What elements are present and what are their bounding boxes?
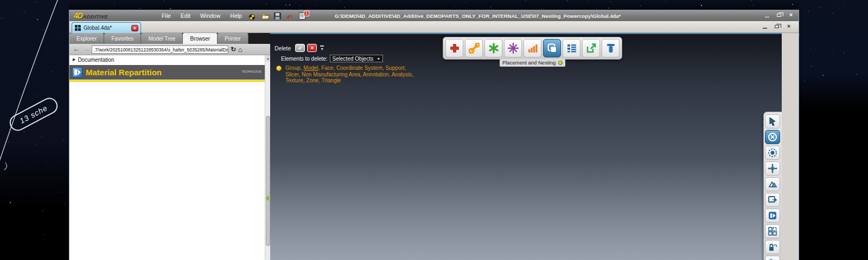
url-input[interactable]: .7/work/2025100813251228530364/u_halter_… bbox=[92, 46, 228, 54]
bar-chart-icon[interactable] bbox=[524, 39, 541, 57]
child-restore-button[interactable] bbox=[773, 23, 781, 30]
tab-browser[interactable]: Browser bbox=[183, 33, 218, 44]
confirm-delete-button[interactable]: ✓ bbox=[295, 44, 305, 52]
cancel-delete-button[interactable]: × bbox=[307, 44, 317, 52]
forward-icon[interactable]: → bbox=[83, 44, 90, 54]
star bbox=[114, 4, 115, 4]
document-tab-close-icon[interactable]: × bbox=[131, 25, 138, 31]
help-lifebuoy-icon[interactable] bbox=[249, 12, 257, 20]
lock-icon[interactable] bbox=[765, 240, 780, 254]
triangles-icon[interactable] bbox=[765, 177, 780, 191]
scrollbar-thumb[interactable] bbox=[266, 116, 270, 246]
move-icon[interactable] bbox=[765, 161, 780, 176]
star bbox=[58, 192, 59, 192]
star bbox=[811, 66, 812, 67]
tooltip-text: Placement and Nesting bbox=[502, 59, 556, 67]
elements-dropdown[interactable]: Selected Objects ▼ bbox=[330, 55, 384, 62]
tab-printer[interactable]: Printer bbox=[218, 33, 248, 44]
browser-nav-bar: ← → .7/work/2025100813251228530364/u_hal… bbox=[69, 44, 270, 55]
chevron-down-icon: ▼ bbox=[376, 57, 380, 61]
star bbox=[701, 5, 702, 6]
deletable-types-note: → Group, Model, Face, Coordinate System,… bbox=[285, 65, 413, 84]
close-button[interactable]: × bbox=[787, 12, 795, 19]
deselect-circle-x-icon[interactable] bbox=[765, 130, 780, 144]
menu-window[interactable]: Window bbox=[200, 12, 220, 19]
undo-icon[interactable]: ↶ bbox=[286, 12, 295, 20]
viewport-3d[interactable]: Delete ✓ × ▼ Elements to delete: Selecte… bbox=[270, 33, 782, 260]
star bbox=[833, 13, 833, 14]
nesting-toolbar bbox=[443, 37, 622, 60]
star bbox=[42, 211, 43, 211]
export-icon[interactable] bbox=[582, 39, 600, 57]
menu-edit[interactable]: Edit bbox=[181, 12, 190, 19]
star bbox=[43, 235, 44, 235]
window-zoom-icon[interactable] bbox=[765, 193, 780, 207]
delete-options-caret-icon[interactable]: ▼ bbox=[320, 46, 324, 51]
star bbox=[753, 5, 754, 5]
open-folder-icon[interactable] bbox=[261, 12, 270, 20]
star bbox=[67, 70, 68, 71]
star bbox=[9, 142, 9, 142]
star bbox=[808, 11, 809, 11]
minimize-button[interactable] bbox=[763, 12, 771, 19]
title-bar: 4D ADDITIVE File Edit Window Help ↶ 1 G:… bbox=[69, 10, 799, 21]
restore-button[interactable] bbox=[775, 12, 783, 19]
menu-help[interactable]: Help bbox=[230, 12, 242, 19]
star bbox=[857, 74, 857, 75]
logo-additive: ADDITIVE bbox=[83, 14, 108, 20]
menu-file[interactable]: File bbox=[162, 12, 171, 19]
placement-nesting-icon[interactable] bbox=[543, 39, 561, 57]
wrench-icon[interactable] bbox=[465, 39, 483, 57]
brand-text: TECHNOLOGIE bbox=[242, 70, 261, 73]
star bbox=[6, 153, 7, 154]
panel-scrollbar[interactable]: ▲ bbox=[265, 55, 270, 260]
child-minimize-button[interactable] bbox=[761, 23, 769, 30]
star bbox=[58, 38, 58, 38]
delete-toolbar: Delete ✓ × ▼ bbox=[275, 44, 324, 52]
back-icon[interactable]: ← bbox=[73, 44, 80, 54]
star bbox=[2, 18, 2, 18]
report-icon[interactable]: 1 bbox=[299, 12, 307, 20]
green-asterisk-icon[interactable] bbox=[484, 39, 502, 57]
add-cross-icon[interactable] bbox=[445, 39, 463, 57]
star bbox=[588, 1, 588, 1]
cursor-icon[interactable] bbox=[765, 114, 780, 128]
logo-arrow-icon[interactable] bbox=[765, 209, 780, 223]
star bbox=[847, 51, 847, 51]
star bbox=[141, 2, 142, 2]
document-tab[interactable]: Global.4da* × bbox=[72, 22, 141, 33]
delete-label: Delete bbox=[275, 45, 291, 51]
star bbox=[627, 2, 627, 3]
home-icon[interactable]: ⌂ bbox=[238, 46, 242, 54]
child-close-button[interactable]: × bbox=[784, 23, 793, 30]
star bbox=[525, 0, 526, 1]
purple-star-icon[interactable] bbox=[504, 39, 522, 57]
star bbox=[43, 60, 43, 60]
star bbox=[805, 81, 805, 81]
star bbox=[41, 136, 42, 137]
star bbox=[19, 94, 20, 95]
tab-model-tree[interactable]: Model Tree bbox=[141, 33, 183, 44]
documentation-label: Documentation bbox=[78, 57, 114, 63]
star bbox=[28, 29, 28, 30]
desktop-wallpaper-left: 13 sche bbox=[0, 0, 69, 260]
list-layout-icon[interactable] bbox=[563, 39, 580, 57]
star bbox=[316, 5, 316, 6]
toolbar-tooltip: Placement and Nesting bbox=[500, 59, 565, 67]
tab-favorites[interactable]: Favorites bbox=[104, 33, 141, 44]
app-logo: 4D ADDITIVE bbox=[74, 11, 108, 20]
tab-explorer[interactable]: Explorer bbox=[69, 33, 104, 44]
select-circle-dot-icon[interactable] bbox=[765, 146, 780, 160]
expand-triangle-icon: ▶ bbox=[73, 57, 75, 62]
star bbox=[567, 1, 567, 1]
documentation-expander[interactable]: ▶ Documentation bbox=[69, 55, 265, 64]
panel-collapse-icon[interactable] bbox=[265, 196, 269, 201]
save-icon[interactable] bbox=[274, 12, 282, 20]
refresh-icon[interactable]: ↻ bbox=[231, 46, 236, 53]
document-tab-label: Global.4da* bbox=[84, 25, 112, 31]
star bbox=[242, 6, 242, 6]
star bbox=[792, 4, 793, 5]
grid-squares-icon[interactable] bbox=[765, 224, 780, 238]
caliper-icon[interactable] bbox=[602, 39, 620, 57]
rotate-icon[interactable]: ↻ bbox=[765, 256, 780, 260]
